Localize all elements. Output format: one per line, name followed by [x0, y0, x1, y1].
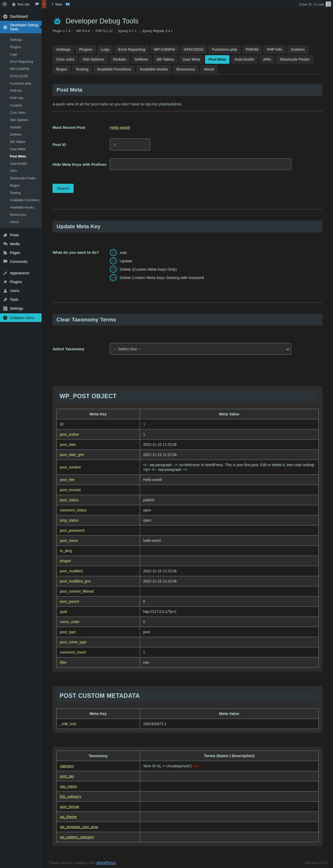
submenu-item-available-hooks[interactable]: Available Hooks — [0, 204, 42, 211]
submenu-item-testing[interactable]: Testing — [0, 189, 42, 196]
admin-bar-site-link[interactable]: Test site — [12, 0, 30, 8]
submenu-item-defines[interactable]: Defines — [0, 131, 42, 138]
sidebar-item-media[interactable]: Media — [0, 240, 42, 248]
tab-user-meta[interactable]: User Meta — [179, 55, 204, 64]
admin-bar-new-button[interactable]: + New — [51, 0, 62, 8]
sidebar-item-users[interactable]: Users — [0, 286, 42, 295]
table-row: pinged — [57, 556, 319, 566]
wp-post-object-panel: WP_POST OBJECT Meta Key Meta Value ID1po… — [53, 386, 323, 672]
comments-count-badge[interactable]: 0 — [42, 0, 46, 8]
tab-defines[interactable]: Defines — [131, 55, 152, 64]
submenu-item-user-meta[interactable]: User Meta — [0, 146, 42, 153]
avatar[interactable] — [326, 2, 331, 7]
tab-resources[interactable]: Resources — [173, 65, 199, 74]
submenu-item-logs[interactable]: Logs — [0, 51, 42, 58]
tab-globals[interactable]: Globals — [109, 55, 130, 64]
hide-meta-keys-input[interactable] — [110, 158, 291, 170]
sidebar-item-pages[interactable]: Pages — [0, 248, 42, 257]
taxonomy-link-nav_menu[interactable]: nav_menu — [60, 784, 77, 788]
submenu-item-functions-php[interactable]: Functions.php — [0, 80, 42, 87]
taxonomy-link-wp_template_part_area[interactable]: wp_template_part_area — [60, 825, 98, 829]
submenu-item-php-info[interactable]: PHP Info — [0, 94, 42, 102]
book-icon[interactable] — [66, 0, 70, 8]
sidebar-item-label: Users — [10, 289, 20, 293]
tab-post-meta[interactable]: Post Meta — [205, 55, 229, 64]
submenu-item-settings[interactable]: Settings — [0, 36, 42, 43]
tab-testing[interactable]: Testing — [72, 65, 92, 74]
tab-cookies[interactable]: Cookies — [287, 45, 308, 54]
radio-delete-custom-meta-keys-only-[interactable] — [110, 266, 117, 273]
radio-delete-custom-meta-keys-starting-with-keyword[interactable] — [110, 274, 117, 281]
radio-add[interactable] — [110, 249, 117, 256]
tab-db-tables[interactable]: DB Tables — [153, 55, 178, 64]
sidebar-item-comments[interactable]: Comments — [0, 257, 42, 266]
wordpress-link[interactable]: WordPress — [96, 861, 115, 865]
taxonomy-link-wp_theme[interactable]: wp_theme — [60, 815, 77, 819]
terms-cell — [140, 771, 319, 781]
tab-plugins[interactable]: Plugins — [75, 45, 96, 54]
tab-logs[interactable]: Logs — [97, 45, 113, 54]
submenu-item-available-functions[interactable]: Available Functions — [0, 196, 42, 204]
tab-available-functions[interactable]: Available Functions — [93, 65, 135, 74]
wordpress-logo-icon[interactable]: W — [2, 2, 7, 6]
column-header-taxonomy: Taxonomy — [57, 751, 140, 761]
collapse-menu-button[interactable]: Collapse menu — [0, 313, 42, 322]
taxonomy-select[interactable]: -- Select One -- — [110, 343, 291, 355]
submenu-item-about[interactable]: About — [0, 218, 42, 226]
meta-value-cell: 1 — [140, 429, 319, 440]
tab-error-reporting[interactable]: Error Reporting — [114, 45, 149, 54]
sidebar-item-tools[interactable]: Tools — [0, 295, 42, 304]
sidebar-item-dashboard[interactable]: Dashboard — [0, 12, 42, 21]
radio-update[interactable] — [110, 257, 117, 265]
taxonomy-link-post_tag[interactable]: post_tag — [60, 774, 74, 778]
sidebar-item-developer-debug-tools[interactable]: W Developer DebugTools — [0, 21, 42, 33]
submenu-item-post-meta[interactable]: Post Meta — [0, 153, 42, 160]
tab-about[interactable]: About — [200, 65, 218, 74]
taxonomy-link-category[interactable]: category — [60, 764, 74, 768]
sidebar-item-settings[interactable]: Settings — [0, 304, 42, 313]
column-header-terms: Terms (Name | Description) — [140, 751, 319, 761]
submenu-item-resources[interactable]: Resources — [0, 211, 42, 218]
submenu-item-db-tables[interactable]: DB Tables — [0, 138, 42, 146]
taxonomy-link-post_format[interactable]: post_format — [60, 805, 79, 809]
tab-apis[interactable]: APIs — [259, 55, 275, 64]
submenu-item-shortcode-finder[interactable]: Shortcode Finder — [0, 175, 42, 182]
taxonomy-link-wp_pattern_category[interactable]: wp_pattern_category — [60, 835, 94, 839]
submenu-item-cookies[interactable]: Cookies — [0, 102, 42, 109]
tab-functions-php[interactable]: Functions.php — [208, 45, 241, 54]
sidebar-item-plugins[interactable]: Plugins — [0, 277, 42, 286]
submenu-item-apis[interactable]: APIs — [0, 167, 42, 175]
admin-bar-comments[interactable] — [35, 0, 39, 8]
submenu-item-globals[interactable]: Globals — [0, 124, 42, 131]
post-id-input[interactable] — [110, 138, 150, 150]
sidebar-item-posts[interactable]: Posts — [0, 230, 42, 240]
tab-wp-config[interactable]: WP-CONFIG — [150, 45, 179, 54]
submenu-item-regex[interactable]: Regex — [0, 182, 42, 189]
taxonomy-link-link_category[interactable]: link_category — [60, 794, 81, 799]
submenu-item-error-reporting[interactable]: Error Reporting — [0, 58, 42, 65]
tab-settings[interactable]: Settings — [53, 45, 74, 54]
tab-auto-drafts[interactable]: Auto-Drafts — [231, 55, 258, 64]
tab-cron-jobs[interactable]: Cron Jobs — [53, 55, 78, 64]
tab-site-options[interactable]: Site Options — [79, 55, 108, 64]
tab-available-hooks[interactable]: Available Hooks — [136, 65, 172, 74]
tab-regex[interactable]: Regex — [53, 65, 71, 74]
submenu-item-site-options[interactable]: Site Options — [0, 116, 42, 124]
most-recent-post-link[interactable]: Hello world! — [110, 125, 130, 130]
submenu-item-wp-config[interactable]: WP-CONFIG — [0, 65, 42, 73]
search-button[interactable]: Search — [53, 184, 74, 193]
tab-php-ini[interactable]: PHP.INI — [242, 45, 262, 54]
submenu-item-plugins[interactable]: Plugins — [0, 43, 42, 51]
submenu-item-php-ini[interactable]: PHP.INI — [0, 87, 42, 94]
meta-value-cell: 1691920471:1 — [140, 719, 319, 729]
new-label: New — [56, 2, 62, 6]
submenu-item-cron-jobs[interactable]: Cron Jobs — [0, 109, 42, 116]
terms-cell — [140, 812, 319, 822]
submenu-item-auto-drafts[interactable]: Auto-Drafts — [0, 160, 42, 167]
user-account-label[interactable]: (User ID: 1) user — [299, 2, 324, 6]
tab-htaccess[interactable]: HTACCESS — [180, 45, 207, 54]
submenu-item-htaccess[interactable]: HTACCESS — [0, 73, 42, 80]
sidebar-item-appearance[interactable]: Appearance — [0, 269, 42, 277]
tab-php-info[interactable]: PHP Info — [263, 45, 286, 54]
tab-shortcode-finder[interactable]: Shortcode Finder — [276, 55, 313, 64]
